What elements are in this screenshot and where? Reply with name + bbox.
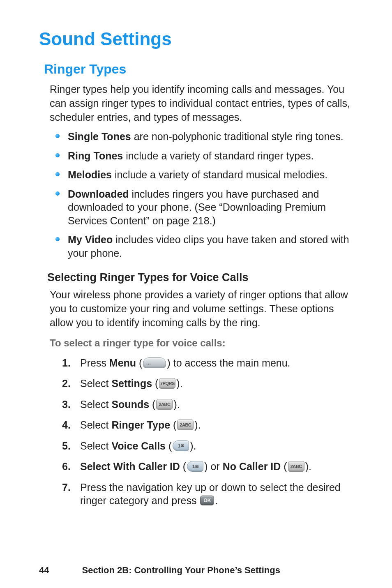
- menu-key-icon: …: [143, 357, 166, 368]
- term: Downloaded: [68, 188, 129, 200]
- step-text: (: [166, 440, 172, 452]
- step-term: Settings: [111, 378, 152, 389]
- step-text: (: [149, 399, 155, 410]
- key-label: …: [146, 360, 151, 365]
- term-rest: include a variety of standard ringer typ…: [123, 150, 314, 161]
- step-text: ).: [173, 399, 180, 410]
- step-text: ).: [305, 461, 311, 472]
- key-label: 1: [192, 463, 195, 469]
- step-text: (: [136, 357, 142, 369]
- step-text: (: [180, 461, 186, 472]
- key-1-icon: 1✉: [187, 461, 203, 472]
- page-number: 44: [39, 565, 49, 576]
- step-text: ).: [194, 419, 201, 431]
- term: Melodies: [68, 169, 112, 180]
- step-3: Select Sounds (2ABC).: [62, 398, 359, 411]
- step-text: ) or: [204, 461, 222, 472]
- list-item: My Video includes video clips you have t…: [55, 233, 359, 260]
- term: Single Tones: [68, 131, 131, 142]
- step-text: Select: [80, 399, 111, 410]
- step-term: Select With Caller ID: [80, 461, 180, 472]
- steps-list: Press Menu (…) to access the main menu. …: [62, 356, 359, 507]
- key-1-icon: 1✉: [173, 440, 189, 451]
- step-5: Select Voice Calls (1✉).: [62, 439, 359, 453]
- intro-paragraph: Ringer types help you identify incoming …: [50, 83, 359, 124]
- step-text: Select: [80, 440, 111, 452]
- key-label: 2ABC: [159, 401, 170, 407]
- page-title: Sound Settings: [39, 29, 359, 49]
- term-rest: include a variety of standard musical me…: [112, 169, 327, 180]
- page-footer: 44 Section 2B: Controlling Your Phone’s …: [39, 565, 359, 576]
- term-rest: are non-polyphonic traditional style rin…: [131, 131, 344, 142]
- step-1: Press Menu (…) to access the main menu.: [62, 356, 359, 370]
- step-4: Select Ringer Type (2ABC).: [62, 418, 359, 432]
- list-item: Ring Tones include a variety of standard…: [55, 149, 359, 163]
- term: Ring Tones: [68, 150, 123, 161]
- step-term: Ringer Type: [111, 419, 170, 431]
- ok-key-icon: OK: [200, 496, 214, 505]
- step-term: Menu: [109, 357, 136, 369]
- key-2-icon: 2ABC: [177, 420, 194, 430]
- step-text: (: [152, 378, 158, 389]
- step-text: (: [281, 461, 287, 472]
- step-2: Select Settings (7PQRS).: [62, 377, 359, 390]
- step-text: Select: [80, 378, 111, 389]
- step-text: ).: [190, 440, 196, 452]
- ringer-types-list: Single Tones are non-polyphonic traditio…: [55, 130, 359, 260]
- step-text: ).: [176, 378, 182, 389]
- mail-icon: ✉: [195, 464, 198, 469]
- key-label: OK: [203, 498, 211, 504]
- step-term: No Caller ID: [223, 461, 281, 472]
- subheading-ringer-types: Ringer Types: [44, 62, 359, 77]
- list-item: Melodies include a variety of standard m…: [55, 168, 359, 182]
- step-text: ) to access the main menu.: [167, 357, 290, 369]
- key-7-icon: 7PQRS: [159, 378, 175, 389]
- footer-section-title: Section 2B: Controlling Your Phone’s Set…: [82, 565, 280, 576]
- mail-icon: ✉: [181, 443, 184, 448]
- key-2-icon: 2ABC: [156, 399, 173, 410]
- step-text: Press: [80, 357, 109, 369]
- key-label: 2ABC: [180, 422, 191, 428]
- step-term: Voice Calls: [111, 440, 166, 452]
- subsection-paragraph: Your wireless phone provides a variety o…: [50, 288, 359, 330]
- instruction-heading: To select a ringer type for voice calls:: [50, 337, 359, 349]
- step-text: .: [215, 495, 218, 506]
- subsection-heading: Selecting Ringer Types for Voice Calls: [47, 271, 359, 284]
- key-label: 7PQRS: [160, 380, 175, 386]
- key-label: 1: [178, 443, 180, 449]
- term: My Video: [68, 234, 113, 245]
- key-label: 2ABC: [291, 463, 302, 469]
- step-text: Select: [80, 419, 111, 431]
- key-2-icon: 2ABC: [288, 461, 304, 472]
- step-text: (: [170, 419, 176, 431]
- step-7: Press the navigation key up or down to s…: [62, 481, 359, 507]
- list-item: Downloaded includes ringers you have pur…: [55, 187, 359, 228]
- step-term: Sounds: [111, 399, 149, 410]
- list-item: Single Tones are non-polyphonic traditio…: [55, 130, 359, 143]
- step-6: Select With Caller ID (1✉) or No Caller …: [62, 460, 359, 473]
